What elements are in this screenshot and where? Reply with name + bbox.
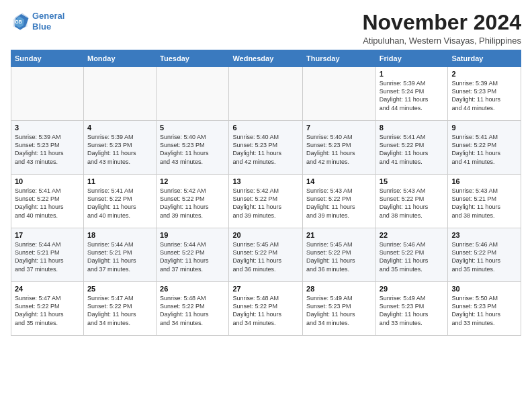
calendar-table: Sunday Monday Tuesday Wednesday Thursday… (11, 50, 521, 336)
table-row (303, 67, 376, 121)
table-row: 29Sunrise: 5:49 AM Sunset: 5:23 PM Dayli… (375, 282, 448, 336)
svg-text:GB: GB (15, 19, 22, 24)
day-number: 29 (380, 285, 445, 293)
table-row: 30Sunrise: 5:50 AM Sunset: 5:23 PM Dayli… (448, 282, 521, 336)
table-row: 20Sunrise: 5:45 AM Sunset: 5:22 PM Dayli… (229, 228, 303, 282)
calendar-week-1: 1Sunrise: 5:39 AM Sunset: 5:24 PM Daylig… (11, 67, 521, 121)
day-number: 12 (160, 177, 225, 185)
logo-text: General Blue (32, 11, 64, 32)
day-detail: Sunrise: 5:43 AM Sunset: 5:22 PM Dayligh… (306, 187, 372, 220)
day-number: 26 (160, 285, 225, 293)
day-number: 27 (232, 285, 299, 293)
day-number: 15 (380, 177, 445, 185)
table-row: 3Sunrise: 5:39 AM Sunset: 5:23 PM Daylig… (11, 121, 84, 175)
day-detail: Sunrise: 5:46 AM Sunset: 5:22 PM Dayligh… (451, 240, 517, 273)
day-detail: Sunrise: 5:46 AM Sunset: 5:22 PM Dayligh… (380, 240, 445, 273)
table-row: 19Sunrise: 5:44 AM Sunset: 5:22 PM Dayli… (157, 228, 229, 282)
day-detail: Sunrise: 5:41 AM Sunset: 5:22 PM Dayligh… (15, 187, 80, 220)
day-number: 1 (380, 70, 445, 78)
day-detail: Sunrise: 5:41 AM Sunset: 5:22 PM Dayligh… (451, 133, 517, 166)
table-row: 11Sunrise: 5:41 AM Sunset: 5:22 PM Dayli… (83, 175, 156, 228)
table-row: 18Sunrise: 5:44 AM Sunset: 5:21 PM Dayli… (83, 228, 156, 282)
day-detail: Sunrise: 5:42 AM Sunset: 5:22 PM Dayligh… (232, 187, 299, 220)
table-row (157, 67, 229, 121)
day-detail: Sunrise: 5:39 AM Sunset: 5:24 PM Dayligh… (380, 79, 445, 112)
day-detail: Sunrise: 5:44 AM Sunset: 5:21 PM Dayligh… (15, 240, 80, 273)
logo-line1: General (32, 11, 64, 21)
day-detail: Sunrise: 5:47 AM Sunset: 5:22 PM Dayligh… (15, 294, 80, 327)
table-row: 23Sunrise: 5:46 AM Sunset: 5:22 PM Dayli… (448, 228, 521, 282)
day-number: 6 (232, 124, 299, 132)
day-detail: Sunrise: 5:43 AM Sunset: 5:22 PM Dayligh… (380, 187, 445, 220)
header: GB General Blue November 2024 Atipuluhan… (11, 11, 521, 46)
table-row: 25Sunrise: 5:47 AM Sunset: 5:22 PM Dayli… (83, 282, 156, 336)
calendar-week-3: 10Sunrise: 5:41 AM Sunset: 5:22 PM Dayli… (11, 175, 521, 228)
col-tuesday: Tuesday (157, 50, 229, 67)
day-detail: Sunrise: 5:47 AM Sunset: 5:22 PM Dayligh… (87, 294, 152, 327)
logo-icon: GB (11, 12, 30, 31)
day-number: 30 (451, 285, 517, 293)
table-row (229, 67, 303, 121)
day-number: 19 (160, 231, 225, 239)
table-row (83, 67, 156, 121)
day-number: 18 (87, 231, 152, 239)
day-detail: Sunrise: 5:40 AM Sunset: 5:23 PM Dayligh… (306, 133, 372, 166)
calendar-week-5: 24Sunrise: 5:47 AM Sunset: 5:22 PM Dayli… (11, 282, 521, 336)
table-row: 2Sunrise: 5:39 AM Sunset: 5:23 PM Daylig… (448, 67, 521, 121)
day-detail: Sunrise: 5:40 AM Sunset: 5:23 PM Dayligh… (160, 133, 225, 166)
table-row (11, 67, 84, 121)
day-detail: Sunrise: 5:40 AM Sunset: 5:23 PM Dayligh… (232, 133, 299, 166)
table-row: 14Sunrise: 5:43 AM Sunset: 5:22 PM Dayli… (303, 175, 376, 228)
day-detail: Sunrise: 5:44 AM Sunset: 5:21 PM Dayligh… (87, 240, 152, 273)
table-row: 13Sunrise: 5:42 AM Sunset: 5:22 PM Dayli… (229, 175, 303, 228)
day-number: 23 (451, 231, 517, 239)
day-detail: Sunrise: 5:50 AM Sunset: 5:23 PM Dayligh… (451, 294, 517, 327)
calendar-week-4: 17Sunrise: 5:44 AM Sunset: 5:21 PM Dayli… (11, 228, 521, 282)
table-row: 10Sunrise: 5:41 AM Sunset: 5:22 PM Dayli… (11, 175, 84, 228)
day-number: 16 (451, 177, 517, 185)
day-number: 28 (306, 285, 372, 293)
day-number: 22 (380, 231, 445, 239)
day-number: 20 (232, 231, 299, 239)
table-row: 5Sunrise: 5:40 AM Sunset: 5:23 PM Daylig… (157, 121, 229, 175)
location: Atipuluhan, Western Visayas, Philippines (362, 36, 521, 46)
day-number: 21 (306, 231, 372, 239)
day-number: 8 (380, 124, 445, 132)
day-number: 13 (232, 177, 299, 185)
month-title: November 2024 (362, 11, 521, 34)
table-row: 9Sunrise: 5:41 AM Sunset: 5:22 PM Daylig… (448, 121, 521, 175)
table-row: 12Sunrise: 5:42 AM Sunset: 5:22 PM Dayli… (157, 175, 229, 228)
day-detail: Sunrise: 5:39 AM Sunset: 5:23 PM Dayligh… (15, 133, 80, 166)
table-row: 7Sunrise: 5:40 AM Sunset: 5:23 PM Daylig… (303, 121, 376, 175)
day-detail: Sunrise: 5:49 AM Sunset: 5:23 PM Dayligh… (306, 294, 372, 327)
col-friday: Friday (375, 50, 448, 67)
day-detail: Sunrise: 5:41 AM Sunset: 5:22 PM Dayligh… (87, 187, 152, 220)
col-wednesday: Wednesday (229, 50, 303, 67)
day-number: 24 (15, 285, 80, 293)
day-detail: Sunrise: 5:41 AM Sunset: 5:22 PM Dayligh… (380, 133, 445, 166)
table-row: 27Sunrise: 5:48 AM Sunset: 5:22 PM Dayli… (229, 282, 303, 336)
table-row: 26Sunrise: 5:48 AM Sunset: 5:22 PM Dayli… (157, 282, 229, 336)
day-detail: Sunrise: 5:44 AM Sunset: 5:22 PM Dayligh… (160, 240, 225, 273)
day-detail: Sunrise: 5:39 AM Sunset: 5:23 PM Dayligh… (87, 133, 152, 166)
day-detail: Sunrise: 5:48 AM Sunset: 5:22 PM Dayligh… (160, 294, 225, 327)
day-detail: Sunrise: 5:45 AM Sunset: 5:22 PM Dayligh… (232, 240, 299, 273)
table-row: 22Sunrise: 5:46 AM Sunset: 5:22 PM Dayli… (375, 228, 448, 282)
table-row: 15Sunrise: 5:43 AM Sunset: 5:22 PM Dayli… (375, 175, 448, 228)
page-container: GB General Blue November 2024 Atipuluhan… (0, 0, 532, 341)
day-number: 11 (87, 177, 152, 185)
day-detail: Sunrise: 5:48 AM Sunset: 5:22 PM Dayligh… (232, 294, 299, 327)
title-block: November 2024 Atipuluhan, Western Visaya… (362, 11, 521, 46)
day-number: 25 (87, 285, 152, 293)
table-row: 21Sunrise: 5:45 AM Sunset: 5:22 PM Dayli… (303, 228, 376, 282)
day-detail: Sunrise: 5:49 AM Sunset: 5:23 PM Dayligh… (380, 294, 445, 327)
table-row: 1Sunrise: 5:39 AM Sunset: 5:24 PM Daylig… (375, 67, 448, 121)
calendar-header-row: Sunday Monday Tuesday Wednesday Thursday… (11, 50, 521, 67)
day-number: 17 (15, 231, 80, 239)
table-row: 4Sunrise: 5:39 AM Sunset: 5:23 PM Daylig… (83, 121, 156, 175)
table-row: 8Sunrise: 5:41 AM Sunset: 5:22 PM Daylig… (375, 121, 448, 175)
day-number: 7 (306, 124, 372, 132)
day-number: 4 (87, 124, 152, 132)
day-detail: Sunrise: 5:45 AM Sunset: 5:22 PM Dayligh… (306, 240, 372, 273)
day-number: 5 (160, 124, 225, 132)
